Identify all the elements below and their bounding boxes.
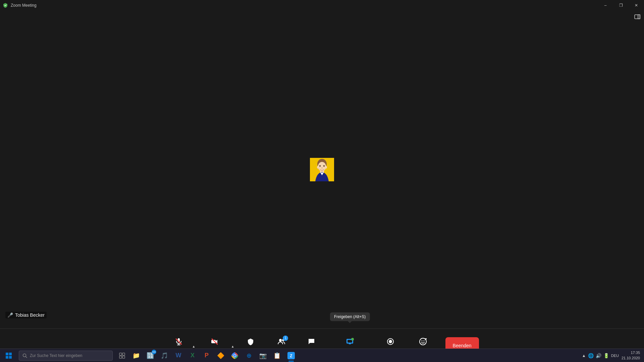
chrome-button[interactable] — [228, 349, 241, 362]
wifi-icon: 🌐 — [588, 353, 594, 358]
search-placeholder: Zur Suche Text hier eingeben — [30, 353, 83, 358]
photos-button[interactable]: 📷 — [256, 349, 270, 362]
record-icon — [386, 338, 394, 348]
svg-rect-31 — [6, 356, 8, 359]
svg-point-22 — [351, 338, 354, 341]
svg-point-41 — [234, 355, 236, 357]
volume-icon[interactable]: 🔊 — [596, 353, 601, 358]
zoom-shield-icon — [3, 3, 8, 8]
svg-point-8 — [319, 165, 321, 167]
taskbar-search-box[interactable]: Zur Suche Text hier eingeben — [19, 351, 113, 361]
meeting-main-area: 🎤 Tobias Becker — [0, 11, 644, 328]
word-button[interactable]: W — [172, 349, 185, 362]
participants-badge: 1 — [283, 336, 288, 341]
app6-button[interactable]: 🔶 — [214, 349, 227, 362]
taskbar-system-tray: ▲ 🌐 🔊 🔋 DEU 17:35 21.10.2020 — [578, 350, 644, 361]
participant-container — [310, 158, 334, 181]
security-icon — [247, 338, 255, 348]
svg-point-6 — [317, 166, 319, 169]
title-bar-left: Zoom Meeting — [0, 3, 37, 8]
panel-toggle-button[interactable] — [631, 11, 644, 24]
chat-icon — [308, 338, 316, 348]
participants-icon: 1 — [277, 338, 285, 348]
spotify-button[interactable]: 🎵 — [158, 349, 171, 362]
video-icon — [211, 338, 219, 348]
svg-point-17 — [279, 339, 282, 342]
svg-point-27 — [424, 340, 425, 341]
edge-button[interactable]: ⊕ — [242, 349, 256, 362]
zoom-taskbar-button[interactable]: Z — [284, 349, 298, 362]
time-display: 17:35 — [622, 350, 640, 355]
windows-taskbar: Zur Suche Text hier eingeben 📁 🔢 69 🎵 W … — [0, 349, 644, 362]
badge-app-button[interactable]: 🔢 69 — [144, 349, 157, 362]
taskbar-apps: 📁 🔢 69 🎵 W X P 🔶 ⊕ — [115, 349, 578, 362]
svg-rect-36 — [122, 353, 125, 355]
svg-rect-35 — [119, 353, 122, 355]
svg-rect-37 — [119, 356, 122, 358]
window-title: Zoom Meeting — [11, 3, 37, 8]
date-display: 21.10.2020 — [622, 356, 640, 361]
svg-rect-21 — [349, 344, 351, 344]
svg-point-23 — [389, 340, 392, 343]
network-icon[interactable]: ▲ — [582, 353, 586, 358]
svg-line-34 — [26, 356, 27, 358]
svg-text:Z: Z — [290, 354, 292, 358]
microphone-icon — [175, 338, 183, 348]
minimize-button[interactable]: – — [598, 0, 613, 11]
title-bar-controls: – ❐ ✕ — [598, 0, 644, 11]
notes-button[interactable]: 📋 — [270, 349, 284, 362]
restore-button[interactable]: ❐ — [613, 0, 629, 11]
share-screen-icon — [346, 338, 354, 348]
svg-point-28 — [425, 338, 427, 340]
language-label: DEU — [611, 354, 619, 358]
svg-rect-1 — [638, 15, 640, 19]
participant-avatar — [310, 158, 334, 181]
svg-point-26 — [422, 340, 423, 341]
task-view-button[interactable] — [115, 349, 129, 362]
svg-rect-20 — [347, 340, 352, 343]
file-explorer-button[interactable]: 📁 — [129, 349, 143, 362]
participant-name: Tobias Becker — [15, 312, 45, 318]
svg-rect-38 — [122, 356, 125, 358]
svg-rect-32 — [9, 356, 12, 359]
participant-name-label: 🎤 Tobias Becker — [5, 312, 47, 318]
title-bar: Zoom Meeting – ❐ ✕ — [0, 0, 644, 11]
svg-point-9 — [323, 165, 325, 167]
system-tray-icons: ▲ 🌐 🔊 🔋 DEU — [582, 353, 619, 358]
svg-point-7 — [325, 166, 327, 169]
excel-button[interactable]: X — [186, 349, 199, 362]
reactions-icon — [419, 338, 427, 348]
taskbar-clock[interactable]: 17:35 21.10.2020 — [622, 350, 640, 361]
powerpoint-button[interactable]: P — [200, 349, 213, 362]
svg-point-4 — [318, 162, 326, 171]
svg-point-10 — [321, 168, 323, 169]
svg-rect-30 — [9, 353, 12, 355]
participant-mic-muted-icon: 🎤 — [7, 312, 13, 318]
start-button[interactable] — [0, 349, 17, 362]
close-button[interactable]: ✕ — [629, 0, 644, 11]
svg-rect-29 — [6, 353, 8, 355]
battery-icon: 🔋 — [603, 353, 609, 358]
